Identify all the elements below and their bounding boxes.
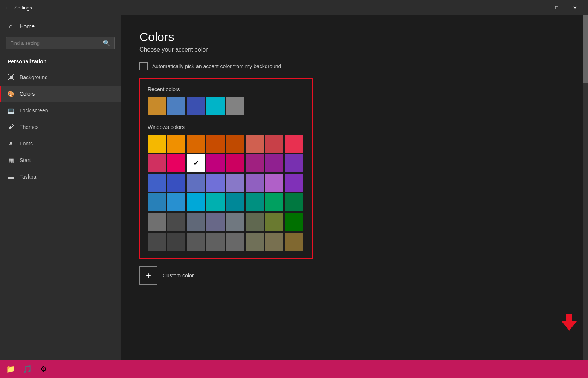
recent-color-swatch[interactable] — [226, 97, 244, 115]
windows-color-swatch[interactable] — [285, 193, 303, 211]
sidebar-item-start[interactable]: ▦ Start — [0, 152, 121, 168]
sidebar-item-themes[interactable]: 🖌 Themes — [0, 119, 121, 135]
taskbar-icon-settings[interactable]: ⚙ — [36, 361, 51, 376]
sidebar-item-label: Start — [20, 157, 31, 163]
windows-color-swatch[interactable] — [226, 154, 244, 172]
windows-color-swatch[interactable] — [246, 135, 264, 153]
back-button[interactable]: ← — [5, 5, 10, 11]
windows-color-swatch[interactable] — [226, 213, 244, 231]
windows-color-swatch[interactable] — [265, 233, 283, 251]
custom-color-label: Custom color — [163, 272, 194, 279]
sidebar-item-background[interactable]: 🖼 Background — [0, 69, 121, 86]
windows-color-swatch[interactable] — [265, 193, 283, 211]
main-layout: ⌂ Home 🔍 Personalization 🖼 Background 🎨 … — [0, 15, 588, 360]
windows-color-swatch[interactable] — [226, 193, 244, 211]
windows-color-swatch[interactable] — [148, 154, 166, 172]
sidebar-item-home[interactable]: ⌂ Home — [0, 18, 121, 34]
windows-color-swatch[interactable] — [187, 135, 205, 153]
windows-color-swatch[interactable]: ✓ — [187, 154, 205, 172]
windows-color-swatch[interactable] — [148, 174, 166, 192]
recent-color-swatch[interactable] — [148, 97, 166, 115]
auto-accent-row[interactable]: Automatically pick an accent color from … — [139, 62, 569, 70]
windows-color-swatch[interactable] — [167, 193, 185, 211]
sidebar-item-taskbar[interactable]: ▬ Taskbar — [0, 168, 121, 185]
windows-color-swatch[interactable] — [206, 154, 225, 172]
auto-accent-checkbox[interactable] — [139, 62, 148, 70]
windows-color-swatch[interactable] — [206, 135, 225, 153]
sidebar-item-fonts[interactable]: A Fonts — [0, 135, 121, 152]
recent-color-swatch[interactable] — [187, 97, 205, 115]
windows-color-swatch[interactable] — [285, 213, 303, 231]
windows-color-swatch[interactable] — [167, 135, 185, 153]
taskbar-icon-files[interactable]: 📁 — [3, 361, 18, 376]
recent-colors-title: Recent colors — [148, 86, 304, 92]
maximize-button[interactable]: □ — [548, 2, 565, 13]
windows-color-swatch[interactable] — [148, 213, 166, 231]
minimize-button[interactable]: ─ — [530, 2, 547, 13]
windows-color-swatch[interactable] — [285, 135, 303, 153]
windows-color-swatch[interactable] — [167, 154, 185, 172]
taskbar-icon: ▬ — [8, 173, 14, 180]
windows-color-swatch[interactable] — [167, 213, 185, 231]
windows-color-swatch[interactable] — [206, 213, 225, 231]
windows-color-swatch[interactable] — [285, 233, 303, 251]
fonts-icon: A — [8, 140, 14, 147]
recent-colors-row — [148, 97, 304, 115]
windows-color-swatch[interactable] — [246, 193, 264, 211]
windows-color-swatch[interactable] — [187, 213, 205, 231]
taskbar-icon-media[interactable]: 🎵 — [20, 361, 35, 376]
windows-color-swatch[interactable] — [246, 233, 264, 251]
windows-color-swatch[interactable] — [206, 174, 225, 192]
lock-screen-icon: 💻 — [8, 107, 14, 114]
search-box[interactable]: 🔍 — [6, 37, 115, 49]
sidebar-item-lock-screen[interactable]: 💻 Lock screen — [0, 102, 121, 119]
custom-color-row: + Custom color — [139, 266, 569, 285]
themes-icon: 🖌 — [8, 124, 14, 130]
windows-color-swatch[interactable] — [187, 174, 205, 192]
windows-color-swatch[interactable] — [148, 193, 166, 211]
window-title: Settings — [14, 5, 530, 11]
scrollbar-thumb[interactable] — [583, 15, 588, 83]
windows-color-swatch[interactable] — [187, 193, 205, 211]
windows-color-swatch[interactable] — [265, 135, 283, 153]
windows-color-swatch[interactable] — [265, 213, 283, 231]
windows-color-swatch[interactable] — [148, 233, 166, 251]
windows-color-swatch[interactable] — [246, 213, 264, 231]
windows-color-swatch[interactable] — [206, 233, 225, 251]
recent-color-swatch[interactable] — [167, 97, 185, 115]
scroll-arrow-body — [566, 314, 572, 321]
custom-color-button[interactable]: + — [139, 266, 157, 285]
close-button[interactable]: ✕ — [566, 2, 583, 13]
page-title: Colors — [139, 30, 569, 44]
sidebar-item-label: Colors — [20, 91, 35, 97]
windows-color-swatch[interactable] — [206, 193, 225, 211]
colors-icon: 🎨 — [8, 90, 14, 97]
windows-color-swatch[interactable] — [148, 135, 166, 153]
scrollbar[interactable] — [583, 15, 588, 360]
windows-color-swatch[interactable] — [167, 174, 185, 192]
windows-color-swatch[interactable] — [246, 154, 264, 172]
windows-color-swatch[interactable] — [226, 174, 244, 192]
recent-color-swatch[interactable] — [206, 97, 225, 115]
color-panel: Recent colors Windows colors ✓ — [139, 78, 313, 259]
scroll-down-arrow[interactable] — [562, 314, 577, 333]
windows-color-swatch[interactable] — [285, 174, 303, 192]
content-area: Colors Choose your accent color Automati… — [121, 15, 588, 360]
windows-color-swatch[interactable] — [226, 135, 244, 153]
sidebar-item-colors[interactable]: 🎨 Colors — [0, 86, 121, 102]
windows-color-swatch[interactable] — [285, 154, 303, 172]
title-bar: ← Settings ─ □ ✕ — [0, 0, 588, 15]
windows-color-swatch[interactable] — [265, 174, 283, 192]
sidebar-item-label: Fonts — [20, 141, 33, 147]
search-input[interactable] — [10, 40, 103, 46]
scroll-arrow-head — [562, 321, 577, 331]
windows-color-swatch[interactable] — [167, 233, 185, 251]
windows-color-swatch[interactable] — [187, 233, 205, 251]
start-icon: ▦ — [8, 157, 14, 164]
sidebar-item-label: Taskbar — [20, 174, 38, 180]
auto-accent-label: Automatically pick an accent color from … — [152, 63, 281, 69]
windows-color-swatch[interactable] — [226, 233, 244, 251]
windows-colors-title: Windows colors — [148, 124, 304, 130]
windows-color-swatch[interactable] — [246, 174, 264, 192]
windows-color-swatch[interactable] — [265, 154, 283, 172]
